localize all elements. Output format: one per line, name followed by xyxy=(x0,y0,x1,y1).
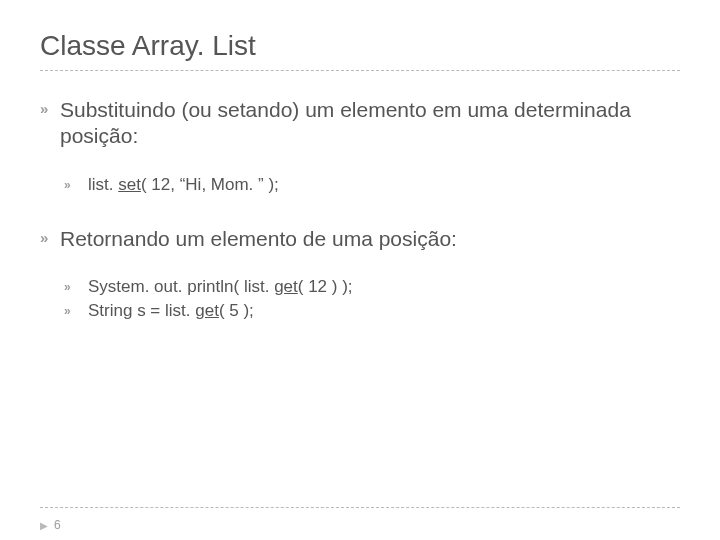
list-item: » Retornando um elemento de uma posição:… xyxy=(40,226,680,324)
slide-title: Classe Array. List xyxy=(40,30,680,70)
code-post: ( 12 ) ); xyxy=(298,277,353,296)
sub-bullet-list: » System. out. println( list. get( 12 ) … xyxy=(60,276,680,322)
title-underline xyxy=(40,70,680,71)
code-post: ( 5 ); xyxy=(219,301,254,320)
sub-bullet-text: list. set( 12, “Hi, Mom. ” ); xyxy=(88,174,680,195)
code-underline: get xyxy=(274,277,298,296)
slide: Classe Array. List » Substituindo (ou se… xyxy=(0,0,720,540)
bullet-glyph-icon: » xyxy=(40,226,60,250)
code-pre: list. xyxy=(88,175,118,194)
page-number: ▶ 6 xyxy=(40,518,61,532)
bullet-content: Retornando um elemento de uma posição: »… xyxy=(60,226,680,324)
code-pre: String s = list. xyxy=(88,301,195,320)
page-number-value: 6 xyxy=(54,518,61,532)
list-item: » list. set( 12, “Hi, Mom. ” ); xyxy=(60,174,680,196)
sub-bullet-text: String s = list. get( 5 ); xyxy=(88,300,680,321)
footer-divider xyxy=(40,507,680,508)
code-pre: System. out. println( list. xyxy=(88,277,274,296)
bullet-text: Substituindo (ou setando) um elemento em… xyxy=(60,98,631,147)
bullet-glyph-icon: » xyxy=(60,174,88,196)
bullet-list: » Substituindo (ou setando) um elemento … xyxy=(40,97,680,324)
code-underline: get xyxy=(195,301,219,320)
code-post: ( 12, “Hi, Mom. ” ); xyxy=(141,175,279,194)
bullet-content: Substituindo (ou setando) um elemento em… xyxy=(60,97,680,198)
list-item: » String s = list. get( 5 ); xyxy=(60,300,680,322)
bullet-glyph-icon: » xyxy=(60,276,88,298)
bullet-text: Retornando um elemento de uma posição: xyxy=(60,227,457,250)
list-item: » System. out. println( list. get( 12 ) … xyxy=(60,276,680,298)
bullet-glyph-icon: » xyxy=(40,97,60,121)
code-underline: set xyxy=(118,175,141,194)
page-arrow-icon: ▶ xyxy=(40,520,48,531)
slide-body: » Substituindo (ou setando) um elemento … xyxy=(40,97,680,324)
sub-bullet-list: » list. set( 12, “Hi, Mom. ” ); xyxy=(60,174,680,196)
bullet-glyph-icon: » xyxy=(60,300,88,322)
sub-bullet-text: System. out. println( list. get( 12 ) ); xyxy=(88,276,680,297)
list-item: » Substituindo (ou setando) um elemento … xyxy=(40,97,680,198)
